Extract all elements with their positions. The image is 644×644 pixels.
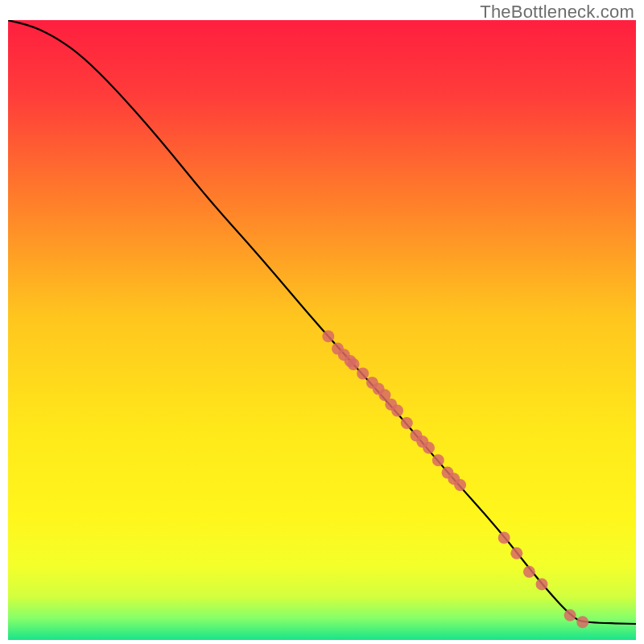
plot-area: [8, 20, 636, 640]
sample-point: [576, 616, 588, 628]
sample-point: [348, 358, 360, 370]
sample-point: [564, 609, 576, 621]
sample-point: [454, 479, 466, 491]
sample-point: [498, 532, 510, 544]
chart-canvas: TheBottleneck.com: [0, 0, 644, 644]
sample-point: [391, 405, 403, 417]
sample-point: [423, 442, 435, 454]
sample-point: [523, 566, 535, 578]
sample-point: [536, 578, 548, 590]
sample-points-group: [322, 330, 588, 628]
bottleneck-curve-line: [8, 20, 636, 624]
sample-point: [322, 330, 334, 342]
sample-point: [357, 367, 369, 379]
sample-point: [401, 417, 413, 429]
sample-point: [510, 547, 522, 559]
sample-point: [432, 454, 444, 466]
data-overlay: [8, 20, 636, 640]
